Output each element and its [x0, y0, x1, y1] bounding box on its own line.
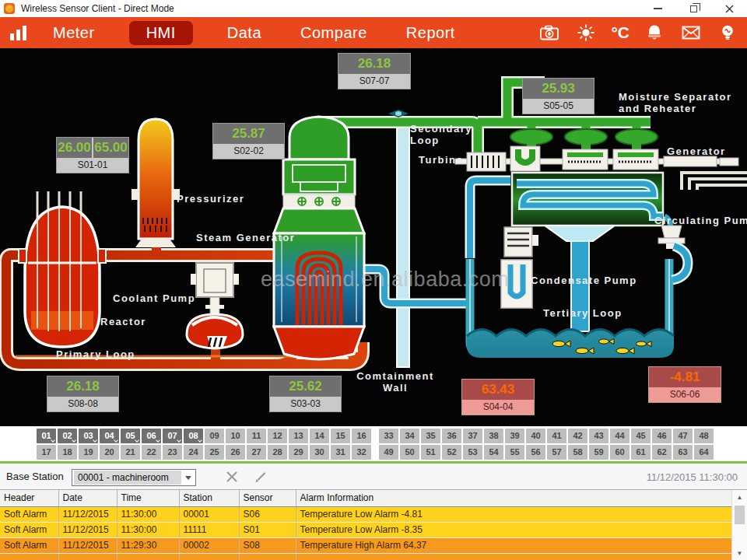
tab-hmi[interactable]: HMI	[129, 21, 193, 45]
channel-cell-13[interactable]: 13	[289, 429, 308, 443]
scroll-down-icon[interactable]: ▼	[732, 547, 747, 560]
channel-cell-06[interactable]: 06	[142, 429, 161, 443]
app-logo-icon	[4, 3, 15, 14]
scroll-up-icon[interactable]: ▲	[732, 491, 747, 504]
channel-cell-62[interactable]: 62	[652, 445, 672, 460]
tab-compare[interactable]: Compare	[296, 21, 372, 45]
channel-cell-15[interactable]: 15	[331, 429, 350, 443]
alarm-cell: S08	[239, 537, 296, 553]
brightness-icon[interactable]	[574, 23, 598, 43]
channel-cell-39[interactable]: 39	[505, 429, 524, 443]
channel-cell-50[interactable]: 50	[400, 445, 419, 460]
channel-cell-36[interactable]: 36	[442, 429, 461, 443]
base-station-select[interactable]: 00001 - machineroom	[72, 469, 196, 486]
channel-cell-56[interactable]: 56	[526, 445, 545, 460]
channel-cell-38[interactable]: 38	[484, 429, 503, 443]
alarm-column-header[interactable]: Station	[179, 490, 239, 506]
celsius-icon[interactable]: °C	[611, 23, 630, 42]
channel-cell-60[interactable]: 60	[610, 445, 630, 460]
channel-cell-30[interactable]: 30	[310, 445, 329, 460]
alarm-row[interactable]: Soft Alarm11/12/201511:30:0000001S06Temp…	[0, 506, 731, 522]
channel-cell-02[interactable]: 02	[58, 429, 77, 443]
close-button[interactable]	[711, 0, 747, 17]
channel-cell-21[interactable]: 21	[121, 445, 140, 460]
channel-cell-42[interactable]: 42	[568, 429, 587, 443]
channel-cell-64[interactable]: 64	[694, 445, 714, 460]
scrollbar-thumb[interactable]	[735, 506, 745, 524]
channel-cell-55[interactable]: 55	[505, 445, 524, 460]
channel-cell-05[interactable]: 05	[121, 429, 140, 443]
tab-meter[interactable]: Meter	[48, 21, 100, 45]
channel-cell-07[interactable]: 07	[163, 429, 182, 443]
chevron-down-icon[interactable]	[181, 476, 195, 480]
minimize-button[interactable]	[640, 0, 675, 17]
channel-cell-37[interactable]: 37	[463, 429, 482, 443]
channel-cell-45[interactable]: 45	[631, 429, 651, 443]
channel-cell-47[interactable]: 47	[673, 429, 693, 443]
channel-cell-18[interactable]: 18	[58, 445, 77, 460]
bulb-icon[interactable]	[716, 23, 739, 43]
channel-cell-04[interactable]: 04	[100, 429, 119, 443]
channel-cell-10[interactable]: 10	[226, 429, 245, 443]
channel-cell-53[interactable]: 53	[463, 445, 482, 460]
alarm-column-header[interactable]: Header	[0, 490, 58, 506]
channel-cell-17[interactable]: 17	[37, 445, 56, 460]
camera-icon[interactable]	[538, 23, 561, 43]
channel-cell-03[interactable]: 03	[79, 429, 98, 443]
channel-cell-25[interactable]: 25	[205, 445, 224, 460]
channel-cell-26[interactable]: 26	[226, 445, 245, 460]
tab-report[interactable]: Report	[402, 21, 460, 45]
channel-cell-27[interactable]: 27	[247, 445, 266, 460]
channel-cell-31[interactable]: 31	[331, 445, 350, 460]
delete-button[interactable]	[225, 470, 239, 484]
channel-cell-40[interactable]: 40	[526, 429, 545, 443]
alarm-column-header[interactable]: Sensor	[239, 490, 296, 506]
alarm-column-header[interactable]: Date	[58, 490, 117, 506]
channel-cell-54[interactable]: 54	[484, 445, 503, 460]
channel-cell-33[interactable]: 33	[379, 429, 398, 443]
channel-cell-63[interactable]: 63	[673, 445, 693, 460]
channel-cell-48[interactable]: 48	[694, 429, 714, 443]
channel-cell-41[interactable]: 41	[547, 429, 566, 443]
alarm-row[interactable]: Soft Alarm11/12/201511:29:3000002S08Temp…	[0, 537, 731, 553]
selected-tick-icon	[156, 438, 160, 443]
channel-cell-24[interactable]: 24	[184, 445, 203, 460]
alarm-row[interactable]: Soft Alarm11/12/201511:30:0011111S01Temp…	[0, 522, 731, 537]
channel-cell-44[interactable]: 44	[610, 429, 630, 443]
channel-cell-43[interactable]: 43	[589, 429, 608, 443]
channel-cell-52[interactable]: 52	[442, 445, 461, 460]
channel-cell-59[interactable]: 59	[589, 445, 608, 460]
channel-cell-11[interactable]: 11	[247, 429, 266, 443]
channel-cell-28[interactable]: 28	[268, 445, 287, 460]
tab-data[interactable]: Data	[223, 21, 266, 45]
channel-cell-16[interactable]: 16	[352, 429, 371, 443]
channel-cell-61[interactable]: 61	[631, 445, 651, 460]
channel-cell-34[interactable]: 34	[400, 429, 419, 443]
channel-cell-29[interactable]: 29	[289, 445, 308, 460]
alarm-row[interactable]	[0, 553, 731, 560]
alarm-column-header[interactable]: Alarm Information	[296, 490, 731, 506]
channel-cell-14[interactable]: 14	[310, 429, 329, 443]
channel-cell-57[interactable]: 57	[547, 445, 566, 460]
channel-cell-35[interactable]: 35	[421, 429, 440, 443]
channel-cell-23[interactable]: 23	[163, 445, 182, 460]
channel-cell-01[interactable]: 01	[37, 429, 56, 443]
channel-cell-09[interactable]: 09	[205, 429, 224, 443]
channel-cell-58[interactable]: 58	[568, 445, 587, 460]
mail-icon[interactable]	[679, 23, 703, 43]
alarm-bell-icon[interactable]	[643, 23, 666, 43]
channel-cell-49[interactable]: 49	[379, 445, 398, 460]
channel-cell-22[interactable]: 22	[142, 445, 161, 460]
channel-cell-08[interactable]: 08	[184, 429, 203, 443]
sensor-value: 25.93	[523, 79, 594, 99]
channel-cell-51[interactable]: 51	[421, 445, 440, 460]
edit-pencil-button[interactable]	[254, 470, 268, 484]
channel-cell-19[interactable]: 19	[79, 445, 98, 460]
table-scrollbar[interactable]: ▲ ▼	[731, 490, 747, 560]
channel-cell-32[interactable]: 32	[352, 445, 371, 460]
channel-cell-20[interactable]: 20	[100, 445, 119, 460]
channel-cell-12[interactable]: 12	[268, 429, 287, 443]
channel-cell-46[interactable]: 46	[652, 429, 672, 443]
alarm-column-header[interactable]: Time	[117, 490, 179, 506]
restore-button[interactable]	[675, 0, 711, 17]
